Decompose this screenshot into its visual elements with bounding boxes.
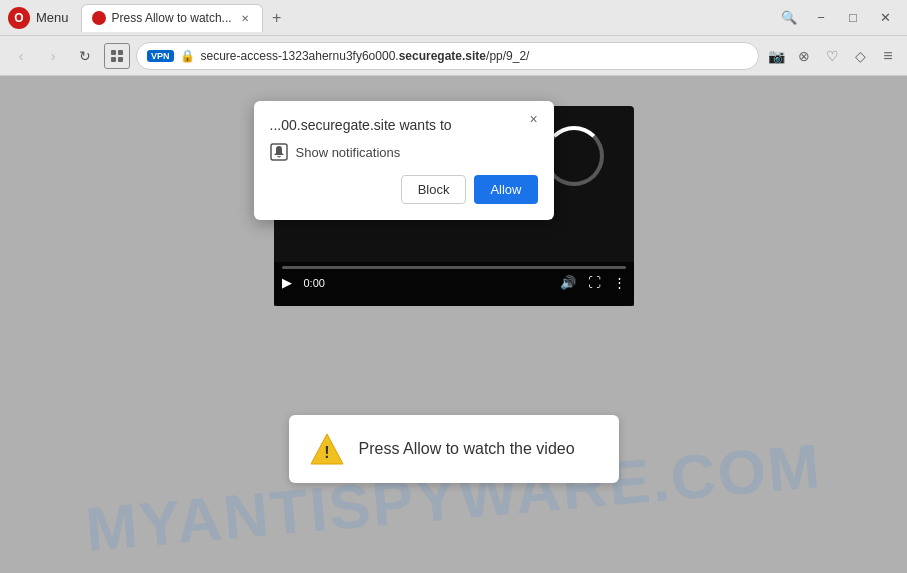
video-controls: ▶ 0:00 🔊 ⛶ ⋮ — [274, 262, 634, 306]
back-button[interactable]: ‹ — [8, 43, 34, 69]
video-buttons: ▶ 0:00 🔊 ⛶ ⋮ — [282, 275, 626, 290]
camera-icon[interactable]: 📷 — [765, 45, 787, 67]
allow-button[interactable]: Allow — [474, 175, 537, 204]
tab-favicon — [92, 11, 106, 25]
maximize-button[interactable]: □ — [839, 4, 867, 32]
play-button[interactable]: ▶ — [282, 275, 292, 290]
svg-rect-3 — [118, 57, 123, 62]
popup-buttons: Block Allow — [270, 175, 538, 204]
forward-button[interactable]: › — [40, 43, 66, 69]
press-allow-text: Press Allow to watch the video — [359, 438, 575, 460]
active-tab[interactable]: Press Allow to watch... ✕ — [81, 4, 263, 32]
notification-popup: × ...00.securegate.site wants to Show no… — [254, 101, 554, 220]
svg-rect-1 — [118, 50, 123, 55]
tab-bar: Press Allow to watch... ✕ + — [81, 4, 771, 32]
address-bar-icons: 📷 ⊗ ♡ ◇ ≡ — [765, 45, 899, 67]
popup-title: ...00.securegate.site wants to — [270, 117, 538, 133]
url-path: /pp/9_2/ — [486, 49, 529, 63]
volume-button[interactable]: 🔊 — [560, 275, 576, 290]
more-options-button[interactable]: ⋮ — [613, 275, 626, 290]
permission-text: Show notifications — [296, 145, 401, 160]
shield-x-icon[interactable]: ⊗ — [793, 45, 815, 67]
video-progress-bar[interactable] — [282, 266, 626, 269]
menu-label[interactable]: Menu — [36, 10, 69, 25]
svg-rect-0 — [111, 50, 116, 55]
video-player: × ...00.securegate.site wants to Show no… — [274, 106, 634, 306]
block-button[interactable]: Block — [401, 175, 467, 204]
search-button[interactable]: 🔍 — [775, 4, 803, 32]
heart-icon[interactable]: ♡ — [821, 45, 843, 67]
title-bar: O Menu Press Allow to watch... ✕ + 🔍 − □… — [0, 0, 907, 36]
press-allow-box: ! Press Allow to watch the video — [289, 415, 619, 483]
url-bold: securegate.site — [399, 49, 486, 63]
browser-menu-icon[interactable]: ≡ — [877, 45, 899, 67]
easy-setup-icon[interactable]: ◇ — [849, 45, 871, 67]
url-text: secure-access-1323ahernu3fy6o000.secureg… — [201, 49, 748, 63]
popup-permission: Show notifications — [270, 143, 538, 161]
url-container[interactable]: VPN 🔒 secure-access-1323ahernu3fy6o000.s… — [136, 42, 759, 70]
video-time: 0:00 — [304, 277, 325, 289]
reload-button[interactable]: ↻ — [72, 43, 98, 69]
window-controls: 🔍 − □ ✕ — [775, 4, 899, 32]
vpn-badge: VPN — [147, 50, 174, 62]
warning-icon: ! — [309, 431, 345, 467]
url-plain: secure-access-1323ahernu3fy6o000. — [201, 49, 399, 63]
lock-icon: 🔒 — [180, 49, 195, 63]
browser-window: O Menu Press Allow to watch... ✕ + 🔍 − □… — [0, 0, 907, 573]
page-content: MYANTISPYWARE.COM × ...00.securegate.sit… — [0, 76, 907, 573]
svg-rect-2 — [111, 57, 116, 62]
tab-close-icon[interactable]: ✕ — [238, 11, 252, 25]
fullscreen-button[interactable]: ⛶ — [588, 275, 601, 290]
close-button[interactable]: ✕ — [871, 4, 899, 32]
popup-close-button[interactable]: × — [524, 109, 544, 129]
new-tab-button[interactable]: + — [265, 6, 289, 30]
tabs-grid-button[interactable] — [104, 43, 130, 69]
minimize-button[interactable]: − — [807, 4, 835, 32]
notification-icon — [270, 143, 288, 161]
tab-title: Press Allow to watch... — [112, 11, 232, 25]
opera-logo[interactable]: O — [8, 7, 30, 29]
address-bar: ‹ › ↻ VPN 🔒 secure-access-1323ahernu3fy6… — [0, 36, 907, 76]
svg-text:!: ! — [324, 444, 329, 461]
